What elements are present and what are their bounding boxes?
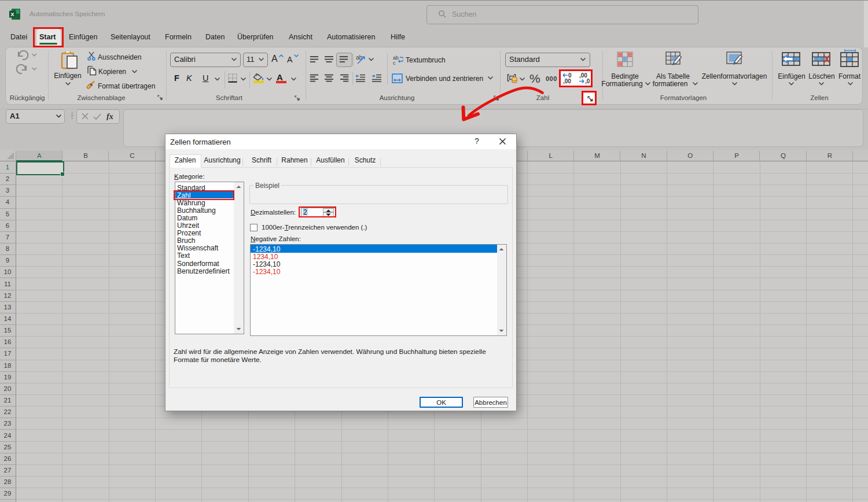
svg-text:X: X <box>10 11 14 17</box>
svg-text:c: c <box>393 60 396 65</box>
svg-text:,0: ,0 <box>585 78 590 84</box>
svg-text:,00: ,00 <box>563 78 571 84</box>
svg-text:fx: fx <box>106 112 113 120</box>
